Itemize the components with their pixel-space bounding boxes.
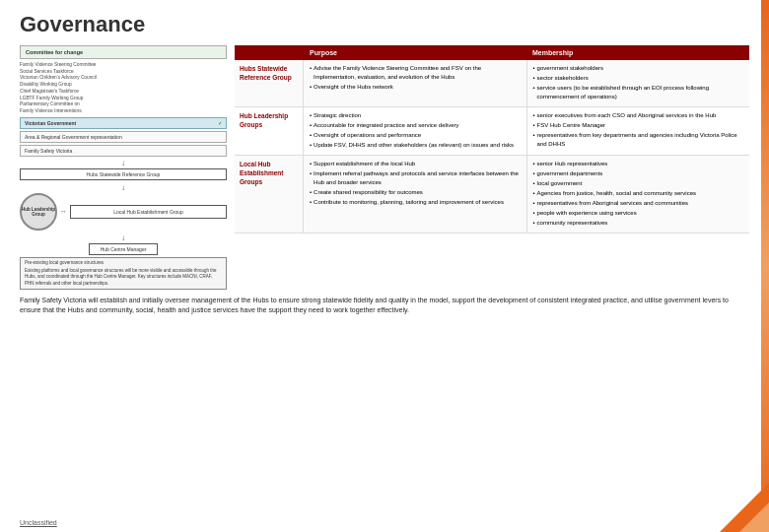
- bullet-item: Advise the Family Violence Steering Comm…: [310, 64, 521, 82]
- bullet-item: government departments: [533, 169, 744, 178]
- bullet-item: representatives from key departments and…: [533, 131, 744, 149]
- td-purpose-3: Support establishment of the local Hub I…: [304, 156, 527, 233]
- pre-existing-desc: Existing platforms and local governance …: [25, 268, 222, 287]
- bullet-item: Accountable for integrated practice and …: [310, 121, 521, 130]
- pre-existing-box: Pre-existing local governance structures…: [20, 257, 227, 290]
- td-group-1: Hubs Statewide Reference Group: [235, 60, 304, 106]
- footer: Unclassified 11: [20, 515, 749, 526]
- content-area: Committee for change Family Violence Ste…: [0, 45, 769, 290]
- arrow-4: ↓: [20, 233, 227, 242]
- bullet-item: Oversight of operations and performance: [310, 131, 521, 140]
- hub-centre-label: Hub Centre Manager: [101, 246, 147, 252]
- leadership-circle: Hub Leadership Group: [20, 193, 57, 231]
- th-membership: Membership: [526, 45, 749, 60]
- page-container: Governance Committee for change Family V…: [0, 0, 769, 532]
- area-reps-label: Area & Regional Government representatio…: [25, 134, 122, 140]
- corner-triangle-inner: [739, 502, 769, 532]
- page-title: Governance: [0, 0, 769, 45]
- sidebar-title: Committee for change: [20, 45, 227, 59]
- arrow-2: ↓: [20, 183, 227, 192]
- bullet-item: senior Hub representatives: [533, 160, 744, 168]
- corner-decoration: [720, 483, 769, 532]
- bullet-item: senior executives from each CSO and Abor…: [533, 111, 744, 120]
- bullet-item: service users (to be established through…: [533, 84, 744, 101]
- table-row: Hub Leadership Groups Strategic directio…: [235, 107, 749, 156]
- bullet-item: Contribute to monitoring, planning, tail…: [310, 198, 521, 207]
- bullet-item: sector stakeholders: [533, 74, 744, 83]
- bullet-item: Update FSV, DHHS and other stakeholders …: [310, 141, 521, 150]
- pre-existing-label: Pre-existing local governance structures: [25, 260, 104, 265]
- bullet-item: representatives from Aboriginal services…: [533, 199, 744, 208]
- hub-centre-box: Hub Centre Manager: [89, 243, 158, 255]
- th-purpose: Purpose: [304, 45, 526, 60]
- local-hub-label: Local Hub Establishment Group: [113, 209, 183, 215]
- diagram-area: Committee for change Family Violence Ste…: [20, 45, 227, 290]
- arrow-3: ↔: [60, 208, 67, 215]
- vic-gov-tick: ✓: [218, 120, 222, 126]
- bullet-item: Support establishment of the local Hub: [310, 160, 521, 168]
- bullet-item: Oversight of the Hubs network: [310, 83, 521, 92]
- orange-bar-decoration: [761, 0, 769, 532]
- td-group-2: Hub Leadership Groups: [235, 107, 304, 155]
- ref-group-box: Hubs Statewide Reference Group: [20, 168, 227, 180]
- bottom-text: Family Safety Victoria will establish an…: [0, 290, 769, 320]
- vic-gov-box: Victorian Government ✓: [20, 117, 227, 129]
- footer-unclassified: Unclassified: [20, 519, 57, 526]
- table-row: Local Hub Establishment Groups Support e…: [235, 156, 749, 233]
- bullet-item: Create shared responsibility for outcome…: [310, 188, 521, 197]
- bullet-item: community representatives: [533, 219, 744, 228]
- td-membership-3: senior Hub representatives government de…: [527, 156, 750, 233]
- fsv-label: Family Safety Victoria: [25, 148, 72, 154]
- leadership-label: Hub Leadership Group: [22, 207, 55, 217]
- td-purpose-1: Advise the Family Violence Steering Comm…: [304, 60, 527, 106]
- arrow-1: ↓: [20, 159, 227, 167]
- vic-gov-label: Victorian Government: [25, 120, 76, 126]
- bullet-item: Implement referral pathways and protocol…: [310, 169, 521, 187]
- bullet-item: government stakeholders: [533, 64, 744, 73]
- bullet-item: FSV Hub Centre Manager: [533, 121, 744, 130]
- bullet-item: Agencies from justice, health, social an…: [533, 189, 744, 198]
- bullet-item: local government: [533, 179, 744, 188]
- area-reps-box: Area & Regional Government representatio…: [20, 131, 227, 143]
- table-row: Hubs Statewide Reference Group Advise th…: [235, 60, 749, 107]
- table-header: Purpose Membership: [235, 45, 749, 60]
- bullet-item: Strategic direction: [310, 111, 521, 120]
- td-group-3: Local Hub Establishment Groups: [235, 156, 304, 233]
- td-membership-1: government stakeholders sector stakehold…: [527, 60, 750, 106]
- local-hub-box: Local Hub Establishment Group: [70, 205, 227, 219]
- td-membership-2: senior executives from each CSO and Abor…: [527, 107, 750, 155]
- fsv-box: Family Safety Victoria: [20, 145, 227, 157]
- diagram-middle: Hub Leadership Group ↔ Local Hub Establi…: [20, 193, 227, 231]
- sidebar-small-text: Family Violence Steering Committee Socia…: [20, 62, 227, 115]
- td-purpose-2: Strategic direction Accountable for inte…: [304, 107, 527, 155]
- ref-group-label: Hubs Statewide Reference Group: [87, 171, 161, 177]
- th-group: [235, 45, 304, 60]
- bullet-item: people with experience using services: [533, 209, 744, 218]
- table-area: Purpose Membership Hubs Statewide Refere…: [235, 45, 749, 290]
